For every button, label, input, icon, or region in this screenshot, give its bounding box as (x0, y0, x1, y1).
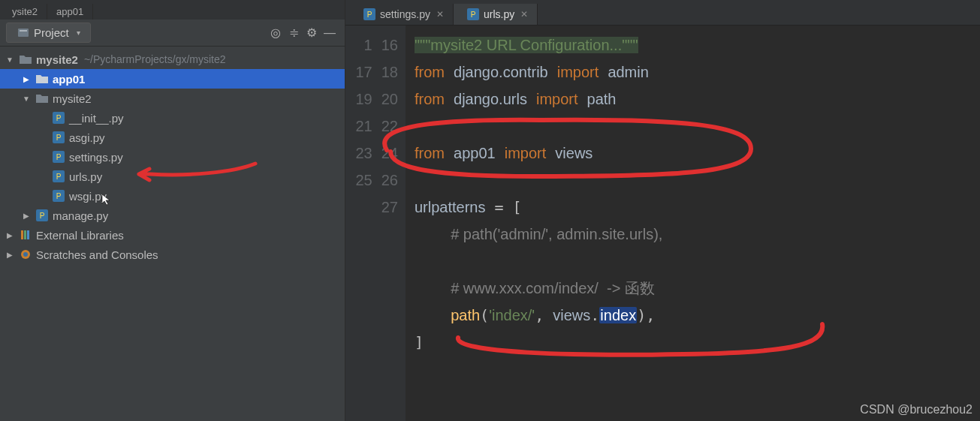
svg-text:P: P (56, 114, 62, 122)
tree-file-init[interactable]: P __init__.py (0, 108, 345, 128)
top-tabstrip: ysite2 app01 (0, 0, 345, 20)
svg-rect-1 (20, 30, 27, 32)
svg-text:P: P (56, 153, 62, 161)
svg-point-18 (23, 252, 28, 257)
chevron-right-icon: ▶ (21, 75, 32, 83)
tree-file-manage[interactable]: ▶ P manage.py (0, 206, 345, 225)
close-icon[interactable]: ✕ (436, 9, 444, 20)
chevron-right-icon: ▶ (5, 251, 15, 259)
tree-label: wsgi.py (69, 190, 107, 203)
chevron-right-icon: ▶ (5, 231, 15, 239)
tree-label: __init__.py (69, 112, 124, 125)
line-gutter: 1 16 17 18 19 20 21 22 23 24 25 26 27 (345, 26, 406, 421)
close-icon[interactable]: ✕ (520, 9, 528, 20)
project-tree[interactable]: ▼ mysite2 ~/PycharmProjects/gx/mysite2 ▶… (0, 47, 345, 421)
project-icon (16, 27, 31, 39)
project-dropdown-label: Project (34, 26, 69, 39)
chevron-down-icon: ▼ (21, 95, 32, 103)
tree-node-app01[interactable]: ▶ app01 (0, 69, 345, 89)
tree-node-root[interactable]: ▼ mysite2 ~/PycharmProjects/gx/mysite2 (0, 50, 345, 69)
selected-word: index (599, 307, 637, 323)
tree-scratches[interactable]: ▶ Scratches and Consoles (0, 245, 345, 264)
code-editor[interactable]: """mysite2 URL Configuration...""" from … (406, 26, 980, 421)
tab-app01[interactable]: app01 (47, 4, 93, 20)
tree-label: manage.py (53, 209, 108, 222)
tree-label: asgi.py (69, 131, 105, 144)
python-file-icon: P (51, 112, 66, 124)
folder-icon (35, 74, 50, 84)
expand-icon[interactable]: ≑ (285, 26, 303, 40)
python-file-icon: P (51, 170, 66, 182)
python-file-icon: P (51, 151, 66, 163)
docstring-text: """mysite2 URL Configuration...""" (415, 37, 638, 53)
tree-label: settings.py (69, 151, 123, 164)
tree-file-wsgi[interactable]: P wsgi.py (0, 186, 345, 206)
project-dropdown[interactable]: Project ▾ (6, 23, 91, 43)
tab-mysite2[interactable]: ysite2 (3, 4, 47, 20)
editor-tab-settings[interactable]: P settings.py ✕ (350, 4, 454, 25)
ide-root: ysite2 app01 Project ▾ ◎ ≑ ⚙ — ▼ mysite2… (0, 0, 980, 421)
tree-path: ~/PycharmProjects/gx/mysite2 (84, 53, 226, 65)
tree-label: mysite2 (53, 92, 92, 105)
code-body: 1 16 17 18 19 20 21 22 23 24 25 26 27 ""… (345, 26, 980, 421)
svg-text:P: P (471, 11, 476, 19)
library-icon (18, 229, 33, 241)
scratch-icon (18, 248, 33, 260)
tree-label: mysite2 (36, 53, 78, 66)
tree-label: app01 (53, 73, 85, 86)
locate-icon[interactable]: ◎ (267, 26, 285, 40)
tree-file-settings[interactable]: P settings.py (0, 147, 345, 167)
svg-text:P: P (56, 192, 62, 200)
svg-text:P: P (56, 173, 62, 181)
editor-area: P settings.py ✕ P urls.py ✕ 1 16 17 18 1… (345, 0, 980, 421)
chevron-right-icon: ▶ (21, 212, 32, 220)
tree-label: Scratches and Consoles (36, 248, 158, 261)
chevron-down-icon: ▾ (74, 29, 84, 37)
project-panel-header: Project ▾ ◎ ≑ ⚙ — (0, 20, 345, 47)
project-sidebar: ysite2 app01 Project ▾ ◎ ≑ ⚙ — ▼ mysite2… (0, 0, 345, 421)
tree-external-libraries[interactable]: ▶ External Libraries (0, 225, 345, 245)
svg-text:P: P (367, 11, 372, 19)
editor-tabstrip: P settings.py ✕ P urls.py ✕ (345, 0, 980, 26)
svg-rect-15 (24, 230, 26, 239)
editor-tab-label: urls.py (484, 8, 514, 20)
tree-node-mysite2[interactable]: ▼ mysite2 (0, 89, 345, 108)
editor-tab-urls[interactable]: P urls.py ✕ (454, 4, 538, 25)
python-file-icon: P (466, 8, 481, 20)
tree-file-urls[interactable]: P urls.py (0, 167, 345, 186)
python-file-icon: P (51, 131, 66, 143)
svg-rect-16 (27, 230, 29, 239)
tree-label: urls.py (69, 170, 102, 183)
chevron-down-icon: ▼ (5, 56, 15, 64)
folder-icon (18, 54, 33, 65)
svg-rect-0 (18, 29, 29, 37)
python-file-icon: P (362, 8, 377, 20)
python-file-icon: P (51, 190, 66, 202)
svg-text:P: P (56, 134, 62, 142)
python-file-icon: P (35, 209, 50, 221)
gear-icon[interactable]: ⚙ (303, 26, 321, 40)
folder-icon (35, 93, 50, 104)
tree-file-asgi[interactable]: P asgi.py (0, 128, 345, 147)
svg-text:P: P (40, 212, 45, 220)
hide-icon[interactable]: — (321, 26, 339, 40)
tree-label: External Libraries (36, 229, 124, 242)
editor-tab-label: settings.py (380, 8, 430, 20)
svg-rect-14 (21, 230, 23, 239)
